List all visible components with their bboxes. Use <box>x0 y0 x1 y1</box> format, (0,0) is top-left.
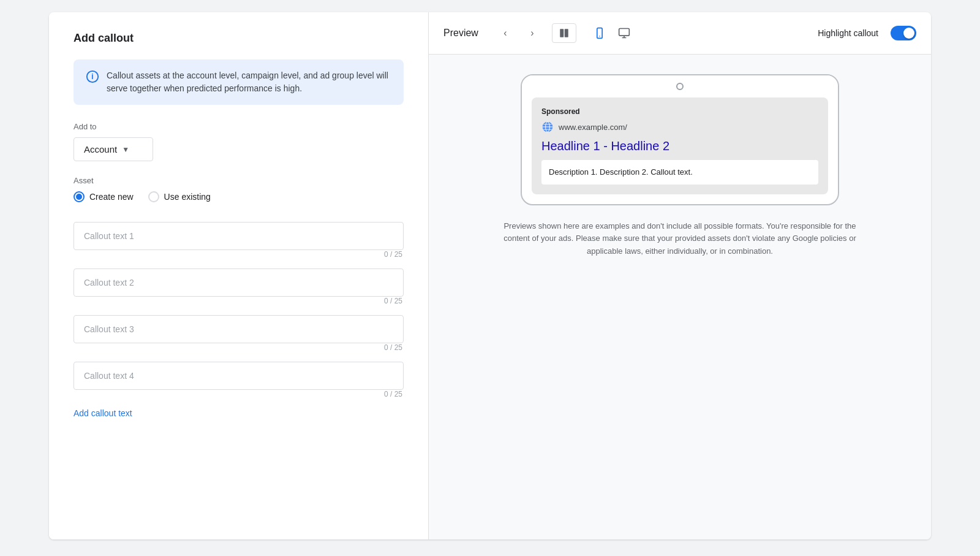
camera-icon <box>676 83 684 90</box>
left-panel: Add callout i Callout assets at the acco… <box>49 12 429 539</box>
highlight-callout-label: Highlight callout <box>818 28 878 38</box>
columns-view-button[interactable] <box>552 24 576 42</box>
panel-title: Add callout <box>74 32 404 45</box>
radio-use-existing-circle <box>148 191 159 202</box>
url-row: www.example.com/ <box>541 121 818 133</box>
columns-icon <box>559 28 570 39</box>
svg-rect-2 <box>560 29 564 37</box>
info-text: Callout assets at the account level, cam… <box>107 69 391 95</box>
preview-header: Preview ‹ › <box>429 12 931 55</box>
chevron-down-icon: ▼ <box>122 145 129 154</box>
callout-input-wrapper-1: 0 / 25 <box>74 217 404 264</box>
callout-input-wrapper-4: 0 / 25 <box>74 357 404 403</box>
add-to-label: Add to <box>74 122 404 131</box>
callout-text-4[interactable] <box>74 362 404 390</box>
callout-text-1[interactable] <box>74 222 404 250</box>
right-panel: Preview ‹ › <box>429 12 931 539</box>
sponsored-label: Sponsored <box>541 107 818 116</box>
device-buttons <box>589 22 635 44</box>
callout-text-3[interactable] <box>74 315 404 343</box>
ad-description: Description 1. Description 2. Callout te… <box>549 167 693 177</box>
description-box: Description 1. Description 2. Callout te… <box>541 160 818 185</box>
char-count-4: 0 / 25 <box>74 390 404 398</box>
asset-label: Asset <box>74 176 404 185</box>
preview-disclaimer: Previews shown here are examples and don… <box>484 220 876 258</box>
callout-input-wrapper-3: 0 / 25 <box>74 310 404 357</box>
ad-url: www.example.com/ <box>559 123 627 132</box>
ad-headline: Headline 1 - Headline 2 <box>541 138 818 154</box>
asset-section: Asset Create new Use existing <box>74 176 404 202</box>
char-count-1: 0 / 25 <box>74 250 404 259</box>
radio-create-new-label: Create new <box>89 192 134 202</box>
view-toggle <box>552 23 576 43</box>
svg-point-5 <box>599 36 600 37</box>
svg-rect-3 <box>565 29 568 37</box>
mobile-device-button[interactable] <box>589 22 611 44</box>
add-to-dropdown[interactable]: Account ▼ <box>74 137 153 161</box>
add-callout-link[interactable]: Add callout text <box>74 408 132 418</box>
mobile-icon <box>594 27 606 39</box>
ad-card: Sponsored www.example.com/ Headline 1 - … <box>532 97 828 194</box>
char-count-3: 0 / 25 <box>74 343 404 352</box>
radio-group: Create new Use existing <box>74 191 404 202</box>
svg-rect-6 <box>619 29 630 36</box>
info-icon: i <box>86 70 99 83</box>
svg-text:i: i <box>91 72 93 81</box>
callout-input-wrapper-2: 0 / 25 <box>74 264 404 310</box>
radio-use-existing[interactable]: Use existing <box>148 191 211 202</box>
radio-use-existing-label: Use existing <box>164 192 211 202</box>
preview-title: Preview <box>443 28 478 39</box>
dropdown-value: Account <box>84 144 117 154</box>
radio-create-new[interactable]: Create new <box>74 191 134 202</box>
prev-nav-button[interactable]: ‹ <box>496 23 515 43</box>
desktop-device-button[interactable] <box>613 22 635 44</box>
char-count-2: 0 / 25 <box>74 297 404 305</box>
next-nav-button[interactable]: › <box>522 23 542 43</box>
phone-top-bar <box>522 75 838 97</box>
globe-icon <box>541 121 554 133</box>
radio-create-new-circle <box>74 191 85 202</box>
info-box: i Callout assets at the account level, c… <box>74 59 404 105</box>
desktop-icon <box>617 27 631 39</box>
phone-mockup: Sponsored www.example.com/ Headline 1 - … <box>521 74 839 205</box>
main-container: Add callout i Callout assets at the acco… <box>49 12 931 539</box>
callout-inputs: 0 / 25 0 / 25 0 / 25 0 / 25 <box>74 217 404 403</box>
preview-area: Sponsored www.example.com/ Headline 1 - … <box>429 55 931 539</box>
callout-text-2[interactable] <box>74 268 404 297</box>
highlight-callout-toggle[interactable] <box>891 26 916 40</box>
svg-rect-4 <box>597 28 602 39</box>
